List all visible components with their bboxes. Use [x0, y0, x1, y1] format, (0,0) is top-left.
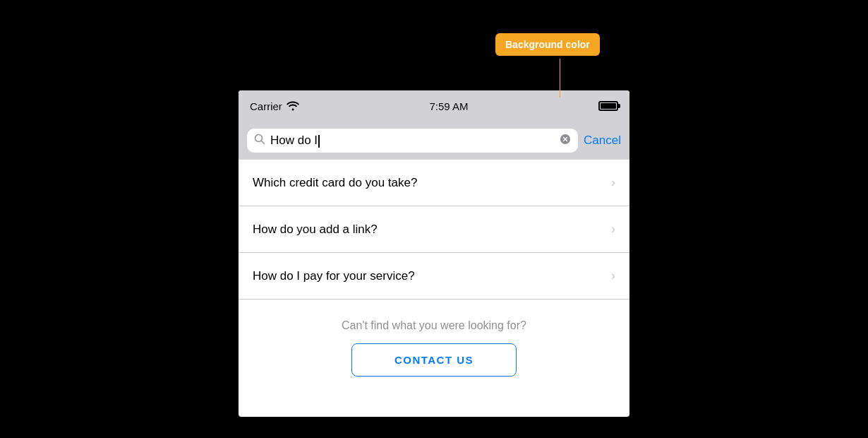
annotation-line [560, 59, 560, 97]
chevron-right-icon: › [611, 222, 615, 237]
phone-frame: Carrier 7:59 AM [239, 90, 629, 417]
search-bar-area: How do I Cancel [239, 122, 629, 160]
contact-us-button[interactable]: CONTACT US [351, 343, 517, 377]
wifi-icon [287, 101, 299, 111]
text-cursor [318, 135, 320, 148]
chevron-right-icon: › [611, 268, 615, 283]
svg-line-1 [262, 141, 265, 144]
clear-icon[interactable] [560, 134, 571, 148]
chevron-right-icon: › [611, 175, 615, 190]
list-item-text: How do I pay for your service? [253, 269, 415, 283]
cant-find-text: Can't find what you were looking for? [342, 319, 526, 332]
contact-section: Can't find what you were looking for? CO… [239, 300, 629, 391]
list-item[interactable]: How do I pay for your service? › [239, 253, 629, 300]
background-color-tooltip: Background color [495, 33, 600, 56]
list-item[interactable]: Which credit card do you take? › [239, 160, 629, 206]
search-input-wrapper[interactable]: How do I [247, 129, 578, 153]
list-item[interactable]: How do you add a link? › [239, 206, 629, 253]
list-item-text: How do you add a link? [253, 223, 378, 237]
status-battery [598, 101, 618, 111]
list-item-text: Which credit card do you take? [253, 176, 417, 190]
battery-fill [601, 103, 616, 109]
cancel-button[interactable]: Cancel [584, 134, 621, 148]
carrier-label: Carrier [250, 100, 282, 112]
status-bar: Carrier 7:59 AM [239, 90, 629, 122]
status-carrier: Carrier [250, 100, 299, 112]
status-time: 7:59 AM [429, 100, 468, 112]
search-icon [254, 134, 265, 148]
list-container: Which credit card do you take? › How do … [239, 160, 629, 300]
battery-icon [598, 101, 618, 111]
search-input-text: How do I [270, 134, 555, 148]
